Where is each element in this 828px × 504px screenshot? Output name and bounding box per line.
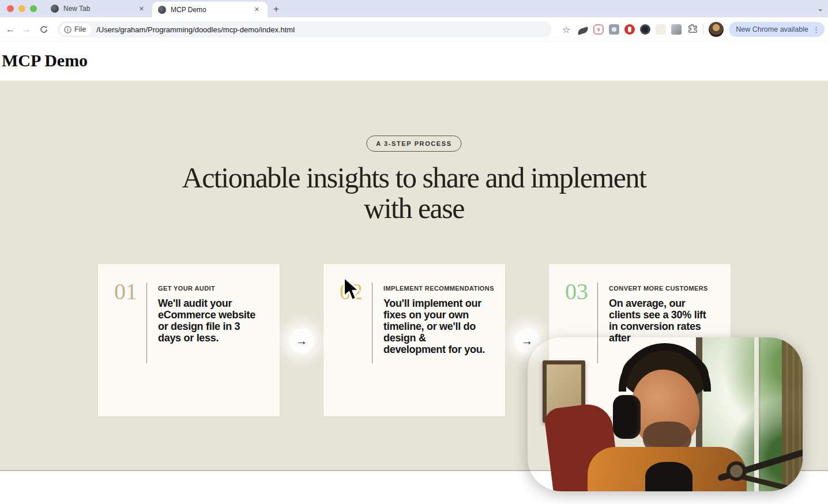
url-text[interactable]: /Users/graham/Programming/doodles/mcp-de… (96, 25, 295, 34)
step-number: 03 (565, 280, 588, 303)
extension-swoosh-icon[interactable] (578, 27, 588, 35)
step-label: GET YOUR AUDIT (158, 285, 215, 292)
step-card-1: 01 GET YOUR AUDIT We'll audit your eComm… (98, 264, 280, 416)
back-button[interactable]: ← (3, 22, 17, 36)
extension-red-badge-icon[interactable] (624, 24, 635, 35)
tab-new-tab[interactable]: New Tab ✕ (45, 0, 152, 17)
toolbar-right-cluster: ☆ ∨ New Chrome available ⋮ (562, 22, 825, 37)
page-title: MCP Demo (2, 51, 88, 70)
tab-close-icon[interactable]: ✕ (252, 5, 262, 14)
card-divider (372, 283, 372, 363)
zoom-window-icon[interactable] (30, 5, 37, 12)
step-arrow-icon: → (289, 328, 314, 353)
section-heading: Actionable insights to share and impleme… (172, 163, 656, 224)
forward-button: → (20, 22, 33, 36)
bookmark-star-icon[interactable]: ☆ (562, 24, 570, 35)
page-header: MCP Demo (0, 42, 828, 81)
step-label: IMPLEMENT RECOMMENDATIONS (383, 285, 494, 292)
address-bar[interactable]: File /Users/graham/Programming/doodles/m… (58, 21, 551, 37)
extension-dark-ring-icon[interactable] (640, 24, 650, 35)
profile-avatar[interactable] (709, 22, 724, 37)
section-badge: A 3-STEP PROCESS (366, 136, 461, 152)
step-body: You'll implement our fixes on your own t… (383, 298, 488, 355)
tab-title: New Tab (63, 5, 132, 13)
tab-search-chevron-icon[interactable]: ⌄ (817, 4, 823, 13)
chrome-update-label: New Chrome available (736, 25, 808, 33)
extension-gray-square-icon[interactable] (671, 24, 682, 35)
presenter-person (590, 342, 744, 491)
black-shirt (645, 462, 692, 491)
headphones-earcup (613, 395, 641, 439)
info-icon (64, 26, 71, 33)
toolbar-divider (703, 24, 703, 35)
browser-window: New Tab ✕ MCP Demo ✕ + ⌄ ← → (0, 0, 828, 504)
webcam-video-overlay (528, 337, 803, 491)
browser-toolbar: ← → File /Users/graham/Programming/doodl… (0, 17, 828, 42)
microphone-icon (727, 461, 746, 481)
tab-favicon-icon (51, 5, 59, 13)
garden-fence (782, 337, 803, 491)
reload-button[interactable] (37, 22, 51, 36)
extensions-puzzle-icon[interactable] (687, 23, 698, 36)
url-scheme-label: File (74, 25, 86, 33)
step-body: We'll audit your eCommerce website or de… (158, 298, 263, 344)
close-window-icon[interactable] (7, 5, 14, 12)
kebab-menu-icon[interactable]: ⋮ (812, 25, 820, 34)
step-label: CONVERT MORE CUSTOMERS (609, 285, 708, 292)
minimize-window-icon[interactable] (18, 5, 25, 12)
tab-close-icon[interactable]: ✕ (137, 4, 146, 14)
chrome-update-button[interactable]: New Chrome available ⋮ (729, 22, 825, 37)
step-number: 02 (340, 280, 363, 303)
step-card-2: 02 IMPLEMENT RECOMMENDATIONS You'll impl… (323, 264, 505, 416)
reload-icon (39, 25, 48, 34)
tab-title: MCP Demo (171, 6, 247, 14)
step-body: On average, our clients see a 30% lift i… (609, 298, 714, 344)
url-scheme-chip[interactable]: File (60, 23, 92, 36)
extension-camera-icon[interactable] (609, 24, 619, 35)
card-divider (146, 283, 147, 363)
tabs: New Tab ✕ MCP Demo ✕ + (45, 0, 285, 17)
tab-favicon-icon (158, 6, 166, 14)
extension-pocket-icon[interactable]: ∨ (593, 24, 604, 35)
tab-mcp-demo[interactable]: MCP Demo ✕ (152, 2, 268, 17)
extension-faint-icon[interactable] (656, 24, 666, 35)
traffic-lights (7, 5, 37, 12)
new-tab-button[interactable]: + (268, 3, 285, 17)
tab-strip: New Tab ✕ MCP Demo ✕ + ⌄ (0, 0, 828, 17)
step-number: 01 (114, 280, 137, 303)
